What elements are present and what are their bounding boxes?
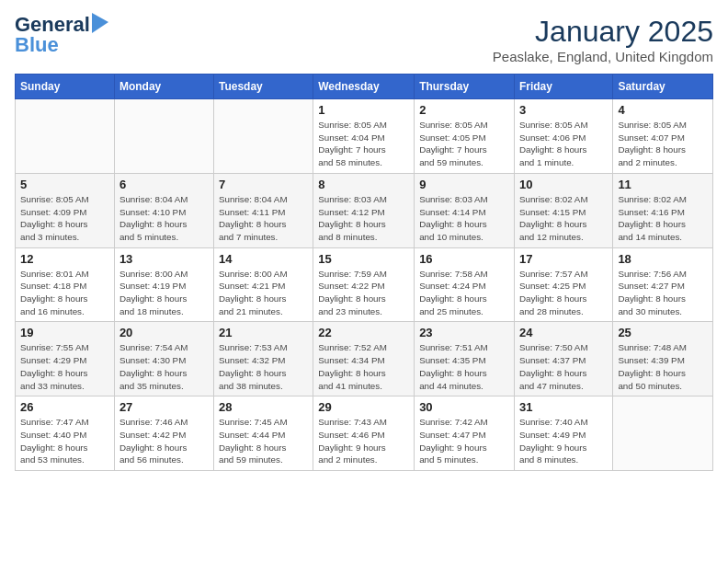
weekday-header-friday: Friday [514, 75, 612, 99]
calendar-cell: 10Sunrise: 8:02 AM Sunset: 4:15 PM Dayli… [514, 173, 612, 247]
day-info: Sunrise: 7:57 AM Sunset: 4:25 PM Dayligh… [519, 268, 608, 318]
calendar-cell: 2Sunrise: 8:05 AM Sunset: 4:05 PM Daylig… [415, 99, 515, 174]
day-number: 30 [419, 400, 509, 414]
calendar-cell: 24Sunrise: 7:50 AM Sunset: 4:37 PM Dayli… [514, 322, 612, 396]
day-number: 16 [419, 252, 509, 266]
day-number: 8 [318, 178, 409, 191]
calendar-cell: 31Sunrise: 7:40 AM Sunset: 4:49 PM Dayli… [514, 396, 612, 471]
day-number: 24 [519, 326, 608, 339]
day-number: 2 [419, 103, 509, 117]
logo-general: General [15, 15, 90, 35]
calendar-cell: 23Sunrise: 7:51 AM Sunset: 4:35 PM Dayli… [415, 322, 515, 396]
calendar-cell: 26Sunrise: 7:47 AM Sunset: 4:40 PM Dayli… [16, 396, 115, 471]
day-info: Sunrise: 8:05 AM Sunset: 4:05 PM Dayligh… [419, 119, 509, 169]
day-number: 17 [519, 252, 608, 266]
day-number: 6 [119, 178, 209, 191]
calendar-cell: 13Sunrise: 8:00 AM Sunset: 4:19 PM Dayli… [114, 247, 213, 322]
day-number: 18 [618, 252, 708, 266]
day-number: 11 [618, 178, 708, 191]
week-row-2: 5Sunrise: 8:05 AM Sunset: 4:09 PM Daylig… [16, 173, 713, 247]
calendar-cell: 19Sunrise: 7:55 AM Sunset: 4:29 PM Dayli… [16, 322, 115, 396]
day-info: Sunrise: 7:52 AM Sunset: 4:34 PM Dayligh… [318, 341, 409, 392]
day-info: Sunrise: 7:58 AM Sunset: 4:24 PM Dayligh… [419, 268, 509, 318]
day-info: Sunrise: 7:56 AM Sunset: 4:27 PM Dayligh… [618, 268, 708, 318]
calendar-cell [114, 99, 213, 174]
day-number: 28 [219, 400, 308, 414]
day-number: 7 [219, 178, 308, 191]
day-number: 4 [618, 103, 708, 117]
day-info: Sunrise: 7:51 AM Sunset: 4:35 PM Dayligh… [419, 341, 509, 392]
calendar-cell: 18Sunrise: 7:56 AM Sunset: 4:27 PM Dayli… [613, 247, 713, 322]
weekday-header-wednesday: Wednesday [313, 75, 415, 99]
day-number: 27 [119, 400, 209, 414]
day-number: 25 [618, 326, 708, 339]
day-info: Sunrise: 7:55 AM Sunset: 4:29 PM Dayligh… [20, 341, 109, 392]
calendar-cell: 29Sunrise: 7:43 AM Sunset: 4:46 PM Dayli… [313, 396, 415, 471]
day-number: 29 [318, 400, 409, 414]
calendar-cell: 14Sunrise: 8:00 AM Sunset: 4:21 PM Dayli… [213, 247, 313, 322]
day-number: 9 [419, 178, 509, 191]
weekday-header-tuesday: Tuesday [213, 75, 313, 99]
day-info: Sunrise: 8:03 AM Sunset: 4:12 PM Dayligh… [318, 193, 409, 244]
day-number: 10 [519, 178, 608, 191]
week-row-3: 12Sunrise: 8:01 AM Sunset: 4:18 PM Dayli… [16, 247, 713, 322]
day-number: 13 [119, 252, 209, 266]
day-info: Sunrise: 7:48 AM Sunset: 4:39 PM Dayligh… [618, 341, 708, 392]
day-info: Sunrise: 8:02 AM Sunset: 4:16 PM Dayligh… [618, 193, 708, 244]
day-number: 31 [519, 400, 608, 414]
day-number: 3 [519, 103, 608, 117]
calendar-cell: 7Sunrise: 8:04 AM Sunset: 4:11 PM Daylig… [213, 173, 313, 247]
calendar-cell: 30Sunrise: 7:42 AM Sunset: 4:47 PM Dayli… [415, 396, 515, 471]
day-number: 14 [219, 252, 308, 266]
calendar-cell [613, 396, 713, 471]
calendar-cell: 22Sunrise: 7:52 AM Sunset: 4:34 PM Dayli… [313, 322, 415, 396]
calendar-cell: 12Sunrise: 8:01 AM Sunset: 4:18 PM Dayli… [16, 247, 115, 322]
week-row-4: 19Sunrise: 7:55 AM Sunset: 4:29 PM Dayli… [16, 322, 713, 396]
day-number: 23 [419, 326, 509, 339]
day-info: Sunrise: 7:53 AM Sunset: 4:32 PM Dayligh… [219, 341, 308, 392]
day-info: Sunrise: 8:00 AM Sunset: 4:19 PM Dayligh… [119, 268, 209, 318]
day-info: Sunrise: 8:05 AM Sunset: 4:04 PM Dayligh… [318, 119, 409, 169]
weekday-header-thursday: Thursday [415, 75, 515, 99]
day-number: 22 [318, 326, 409, 339]
weekday-header-saturday: Saturday [613, 75, 713, 99]
day-number: 20 [119, 326, 209, 339]
weekday-header-monday: Monday [114, 75, 213, 99]
day-info: Sunrise: 7:54 AM Sunset: 4:30 PM Dayligh… [119, 341, 209, 392]
day-info: Sunrise: 8:02 AM Sunset: 4:15 PM Dayligh… [519, 193, 608, 244]
day-info: Sunrise: 7:42 AM Sunset: 4:47 PM Dayligh… [419, 416, 509, 466]
day-info: Sunrise: 7:59 AM Sunset: 4:22 PM Dayligh… [318, 268, 409, 318]
calendar-cell: 17Sunrise: 7:57 AM Sunset: 4:25 PM Dayli… [514, 247, 612, 322]
calendar-cell: 15Sunrise: 7:59 AM Sunset: 4:22 PM Dayli… [313, 247, 415, 322]
logo: General Blue [15, 15, 108, 55]
day-number: 5 [20, 178, 109, 191]
calendar-cell: 25Sunrise: 7:48 AM Sunset: 4:39 PM Dayli… [613, 322, 713, 396]
calendar-cell: 6Sunrise: 8:04 AM Sunset: 4:10 PM Daylig… [114, 173, 213, 247]
day-number: 19 [20, 326, 109, 339]
title-area: January 2025 Peaslake, England, United K… [493, 15, 713, 64]
calendar-title: January 2025 [493, 15, 713, 49]
calendar-cell: 28Sunrise: 7:45 AM Sunset: 4:44 PM Dayli… [213, 396, 313, 471]
day-number: 21 [219, 326, 308, 339]
calendar-cell: 8Sunrise: 8:03 AM Sunset: 4:12 PM Daylig… [313, 173, 415, 247]
calendar-cell: 11Sunrise: 8:02 AM Sunset: 4:16 PM Dayli… [613, 173, 713, 247]
day-info: Sunrise: 8:00 AM Sunset: 4:21 PM Dayligh… [219, 268, 308, 318]
day-info: Sunrise: 8:05 AM Sunset: 4:09 PM Dayligh… [20, 193, 109, 244]
calendar-cell: 5Sunrise: 8:05 AM Sunset: 4:09 PM Daylig… [16, 173, 115, 247]
calendar-subtitle: Peaslake, England, United Kingdom [493, 49, 713, 64]
weekday-header-row: SundayMondayTuesdayWednesdayThursdayFrid… [16, 75, 713, 99]
day-info: Sunrise: 7:46 AM Sunset: 4:42 PM Dayligh… [119, 416, 209, 466]
week-row-5: 26Sunrise: 7:47 AM Sunset: 4:40 PM Dayli… [16, 396, 713, 471]
weekday-header-sunday: Sunday [16, 75, 115, 99]
calendar-cell: 27Sunrise: 7:46 AM Sunset: 4:42 PM Dayli… [114, 396, 213, 471]
day-number: 12 [20, 252, 109, 266]
day-info: Sunrise: 7:45 AM Sunset: 4:44 PM Dayligh… [219, 416, 308, 466]
day-info: Sunrise: 8:01 AM Sunset: 4:18 PM Dayligh… [20, 268, 109, 318]
calendar-cell: 16Sunrise: 7:58 AM Sunset: 4:24 PM Dayli… [415, 247, 515, 322]
svg-marker-0 [92, 13, 108, 33]
calendar-cell: 21Sunrise: 7:53 AM Sunset: 4:32 PM Dayli… [213, 322, 313, 396]
day-info: Sunrise: 7:47 AM Sunset: 4:40 PM Dayligh… [20, 416, 109, 466]
calendar-cell: 4Sunrise: 8:05 AM Sunset: 4:07 PM Daylig… [613, 99, 713, 174]
day-info: Sunrise: 7:50 AM Sunset: 4:37 PM Dayligh… [519, 341, 608, 392]
calendar-cell: 9Sunrise: 8:03 AM Sunset: 4:14 PM Daylig… [415, 173, 515, 247]
